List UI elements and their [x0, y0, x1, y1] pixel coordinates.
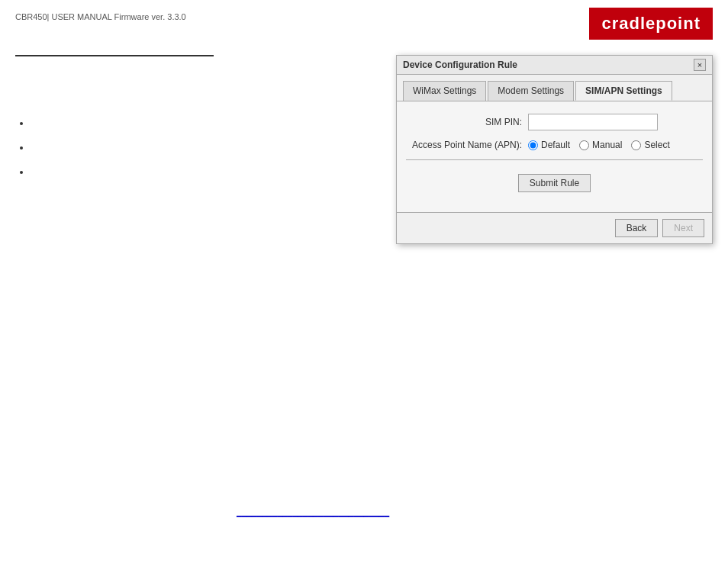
apn-manual-option: Manual [579, 140, 622, 150]
submit-area: Submit Rule [406, 166, 703, 200]
page-title: CBR450| USER MANUAL Firmware ver. 3.3.0 [15, 12, 186, 21]
list-item [31, 166, 381, 177]
list-item [31, 117, 381, 128]
apn-default-radio[interactable] [528, 140, 538, 150]
tab-modem-settings[interactable]: Modem Settings [488, 81, 574, 101]
apn-row: Access Point Name (APN): Default Manual [406, 140, 703, 150]
bullet-list [15, 117, 381, 177]
apn-label: Access Point Name (APN): [406, 140, 528, 150]
apn-select-label: Select [644, 140, 669, 150]
sim-pin-label: SIM PIN: [406, 117, 528, 127]
next-button[interactable]: Next [662, 219, 704, 237]
device-config-dialog: Device Configuration Rule × WiMax Settin… [396, 55, 713, 244]
tab-bar: WiMax Settings Modem Settings SIM/APN Se… [397, 75, 712, 101]
dialog-divider [406, 159, 703, 160]
logo: cradlepoint [589, 8, 713, 40]
apn-select-radio[interactable] [631, 140, 641, 150]
bottom-link[interactable]: ______________________________ [237, 507, 389, 517]
list-item [31, 142, 381, 153]
apn-manual-label: Manual [592, 140, 622, 150]
apn-default-option: Default [528, 140, 570, 150]
right-panel: Device Configuration Rule × WiMax Settin… [396, 55, 713, 244]
header: CBR450| USER MANUAL Firmware ver. 3.3.0 … [0, 0, 728, 40]
sim-pin-input[interactable] [528, 114, 658, 130]
page-content: Device Configuration Rule × WiMax Settin… [0, 55, 728, 244]
bottom-link-text: ______________________________ [237, 507, 389, 517]
section-divider [15, 55, 214, 56]
dialog-body: SIM PIN: Access Point Name (APN): Defaul… [397, 101, 712, 212]
apn-default-label: Default [541, 140, 570, 150]
back-button[interactable]: Back [615, 219, 659, 237]
close-button[interactable]: × [694, 59, 706, 71]
apn-radio-group: Default Manual Select [528, 140, 670, 150]
logo-text: cradlepoint [601, 14, 701, 33]
dialog-title: Device Configuration Rule [403, 60, 517, 70]
tab-wimax-settings[interactable]: WiMax Settings [403, 81, 486, 101]
left-panel [15, 55, 396, 244]
submit-rule-button[interactable]: Submit Rule [518, 174, 591, 192]
apn-manual-radio[interactable] [579, 140, 589, 150]
dialog-footer: Back Next [397, 212, 712, 243]
apn-select-option: Select [631, 140, 669, 150]
tab-sim-apn-settings[interactable]: SIM/APN Settings [575, 81, 672, 101]
dialog-titlebar: Device Configuration Rule × [397, 56, 712, 75]
sim-pin-row: SIM PIN: [406, 114, 703, 130]
